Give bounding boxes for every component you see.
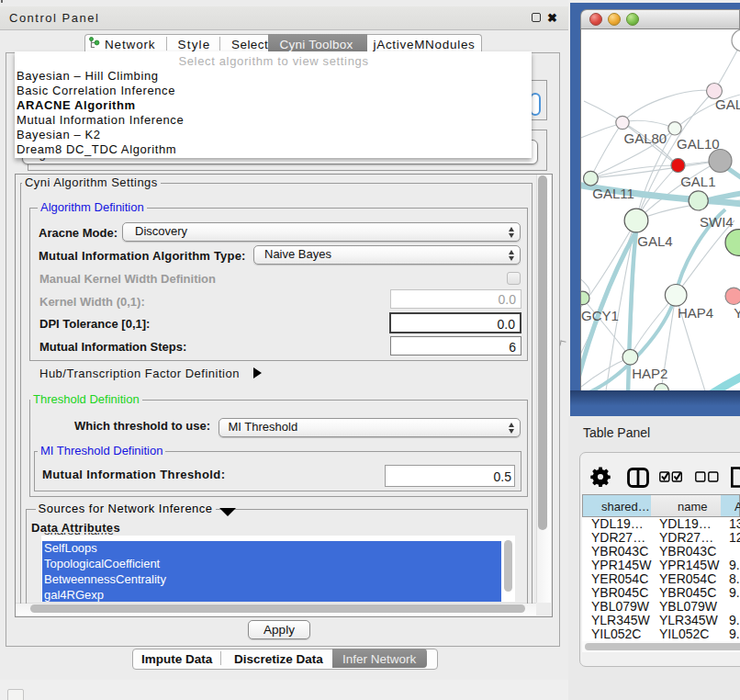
svg-text:GAL4: GAL4 — [637, 233, 672, 249]
svg-text:GAL: GAL — [715, 96, 740, 112]
svg-text:GAL11: GAL11 — [592, 186, 634, 201]
svg-text:SWI4: SWI4 — [700, 214, 734, 230]
svg-text:GAL10: GAL10 — [677, 136, 720, 152]
svg-text:Y: Y — [734, 305, 740, 321]
svg-text:GAL1: GAL1 — [680, 174, 715, 189]
svg-text:HAP2: HAP2 — [632, 366, 667, 381]
svg-text:GAL80: GAL80 — [624, 130, 667, 146]
svg-text:GCY1: GCY1 — [581, 308, 619, 323]
svg-text:HAP4: HAP4 — [678, 305, 713, 321]
